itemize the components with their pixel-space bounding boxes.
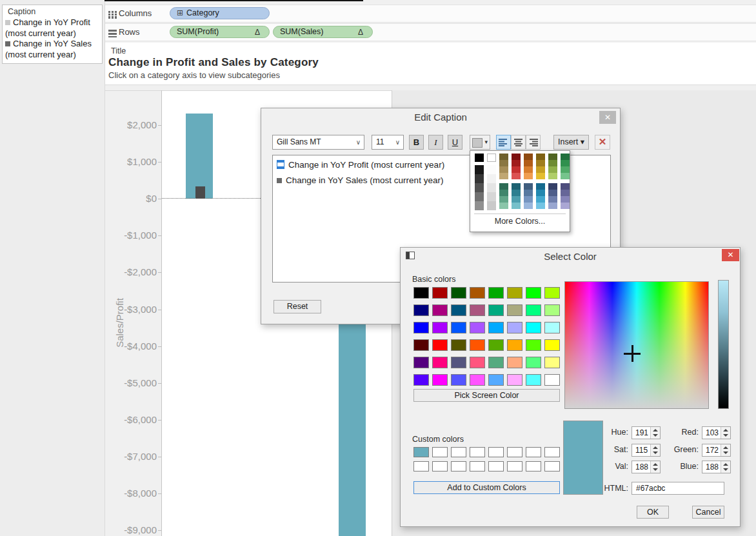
html-color-input[interactable]: #67acbc bbox=[632, 482, 724, 495]
sat-spinner[interactable]: 115 bbox=[632, 444, 661, 457]
palette-color-swatch[interactable] bbox=[499, 183, 508, 190]
clear-formatting-button[interactable]: ✕ bbox=[595, 135, 610, 150]
basic-color-swatch[interactable] bbox=[413, 339, 429, 351]
basic-color-swatch[interactable] bbox=[526, 339, 541, 351]
palette-color-swatch[interactable] bbox=[512, 203, 521, 209]
basic-color-swatch[interactable] bbox=[544, 322, 560, 333]
worksheet-title-section[interactable]: Title Change in Profit and Sales by Cate… bbox=[105, 43, 756, 85]
palette-color-swatch[interactable] bbox=[561, 160, 570, 166]
basic-color-swatch[interactable] bbox=[544, 374, 560, 386]
align-center-button[interactable] bbox=[511, 135, 526, 150]
rows-shelf[interactable]: Rows SUM(Profit) Δ SUM(Sales) Δ bbox=[105, 23, 756, 41]
palette-color-swatch[interactable] bbox=[475, 192, 484, 201]
palette-color-swatch[interactable] bbox=[512, 183, 521, 190]
custom-color-swatch[interactable] bbox=[470, 447, 485, 457]
palette-color-swatch[interactable] bbox=[475, 154, 484, 162]
basic-color-swatch[interactable] bbox=[526, 322, 541, 333]
palette-color-swatch[interactable] bbox=[512, 160, 521, 166]
columns-shelf[interactable]: Columns ⊞Category bbox=[105, 5, 756, 23]
val-spinner[interactable]: 188 bbox=[632, 461, 661, 473]
palette-color-swatch[interactable] bbox=[499, 196, 508, 203]
palette-color-swatch[interactable] bbox=[548, 160, 557, 166]
palette-color-swatch[interactable] bbox=[561, 183, 570, 190]
basic-color-swatch[interactable] bbox=[413, 304, 429, 316]
palette-color-swatch[interactable] bbox=[487, 154, 496, 162]
palette-color-swatch[interactable] bbox=[512, 190, 521, 196]
pill-sum-sales[interactable]: SUM(Sales) Δ bbox=[273, 26, 373, 38]
close-icon[interactable]: ✕ bbox=[599, 111, 616, 124]
palette-color-swatch[interactable] bbox=[536, 183, 545, 190]
palette-color-swatch[interactable] bbox=[524, 166, 533, 173]
palette-color-swatch[interactable] bbox=[499, 190, 508, 196]
palette-color-swatch[interactable] bbox=[548, 196, 557, 203]
spinner-arrows[interactable] bbox=[650, 444, 660, 456]
expand-icon[interactable]: ⊞ bbox=[177, 8, 183, 17]
custom-color-swatch[interactable] bbox=[451, 447, 466, 457]
basic-color-swatch[interactable] bbox=[470, 304, 485, 316]
palette-color-swatch[interactable] bbox=[548, 166, 557, 173]
pill-category[interactable]: ⊞Category bbox=[170, 7, 270, 19]
palette-color-swatch[interactable] bbox=[561, 190, 570, 196]
basic-color-swatch[interactable] bbox=[488, 357, 504, 368]
legend-item-profit[interactable]: Change in YoY Profit (most current year) bbox=[3, 17, 102, 39]
basic-color-swatch[interactable] bbox=[544, 304, 560, 316]
basic-color-swatch[interactable] bbox=[432, 339, 448, 351]
value-slider[interactable] bbox=[718, 280, 729, 409]
delta-icon[interactable]: Δ bbox=[358, 27, 363, 38]
basic-color-swatch[interactable] bbox=[507, 322, 522, 333]
legend-item-sales[interactable]: Change in YoY Sales (most current year) bbox=[3, 39, 102, 60]
custom-color-swatch[interactable] bbox=[451, 461, 466, 471]
custom-color-swatch[interactable] bbox=[488, 447, 504, 457]
font-color-button[interactable]: ▾ bbox=[470, 135, 490, 150]
palette-color-swatch[interactable] bbox=[487, 165, 496, 174]
palette-color-swatch[interactable] bbox=[499, 166, 508, 173]
basic-color-swatch[interactable] bbox=[413, 357, 429, 368]
hue-saturation-picker[interactable] bbox=[564, 281, 709, 409]
basic-color-swatch[interactable] bbox=[507, 357, 522, 368]
palette-color-swatch[interactable] bbox=[561, 154, 570, 160]
font-size-select[interactable]: 11 ∨ bbox=[372, 135, 404, 150]
palette-color-swatch[interactable] bbox=[487, 183, 496, 192]
palette-color-swatch[interactable] bbox=[536, 166, 545, 173]
add-to-custom-colors-button[interactable]: Add to Custom Colors bbox=[413, 481, 560, 494]
blue-spinner[interactable]: 188 bbox=[702, 461, 731, 473]
underline-button[interactable]: U bbox=[448, 135, 463, 150]
palette-color-swatch[interactable] bbox=[561, 203, 570, 209]
basic-color-swatch[interactable] bbox=[432, 322, 448, 333]
selected-legend-swatch[interactable] bbox=[277, 160, 284, 169]
basic-color-swatch[interactable] bbox=[507, 304, 522, 316]
y-axis-line[interactable] bbox=[161, 90, 162, 536]
custom-color-swatch[interactable] bbox=[432, 461, 448, 471]
palette-color-swatch[interactable] bbox=[548, 203, 557, 209]
palette-color-swatch[interactable] bbox=[536, 154, 545, 160]
custom-color-swatch[interactable] bbox=[432, 447, 448, 457]
bar-profit-positive[interactable] bbox=[195, 186, 205, 199]
pill-sum-profit[interactable]: SUM(Profit) Δ bbox=[170, 26, 270, 38]
basic-color-swatch[interactable] bbox=[488, 374, 504, 386]
palette-color-swatch[interactable] bbox=[536, 203, 545, 209]
palette-color-swatch[interactable] bbox=[512, 196, 521, 203]
ok-button[interactable]: OK bbox=[637, 506, 669, 519]
palette-color-swatch[interactable] bbox=[487, 174, 496, 183]
custom-color-swatch[interactable] bbox=[507, 447, 522, 457]
palette-color-swatch[interactable] bbox=[499, 154, 508, 160]
palette-color-swatch[interactable] bbox=[487, 192, 496, 201]
basic-color-swatch[interactable] bbox=[451, 374, 466, 386]
basic-color-swatch[interactable] bbox=[507, 339, 522, 351]
palette-color-swatch[interactable] bbox=[499, 173, 508, 179]
basic-color-swatch[interactable] bbox=[544, 357, 560, 368]
red-spinner[interactable]: 103 bbox=[702, 426, 731, 439]
custom-color-swatch[interactable] bbox=[526, 461, 541, 471]
spinner-arrows[interactable] bbox=[721, 461, 730, 473]
palette-color-swatch[interactable] bbox=[536, 196, 545, 203]
palette-color-swatch[interactable] bbox=[524, 154, 533, 160]
basic-color-swatch[interactable] bbox=[544, 339, 560, 351]
align-right-button[interactable] bbox=[526, 135, 541, 150]
basic-color-swatch[interactable] bbox=[432, 287, 448, 299]
reset-button[interactable]: Reset bbox=[274, 300, 321, 313]
basic-color-swatch[interactable] bbox=[470, 322, 485, 333]
basic-color-swatch[interactable] bbox=[451, 322, 466, 333]
basic-color-swatch[interactable] bbox=[413, 374, 429, 386]
bold-button[interactable]: B bbox=[409, 135, 424, 150]
palette-color-swatch[interactable] bbox=[524, 173, 533, 179]
